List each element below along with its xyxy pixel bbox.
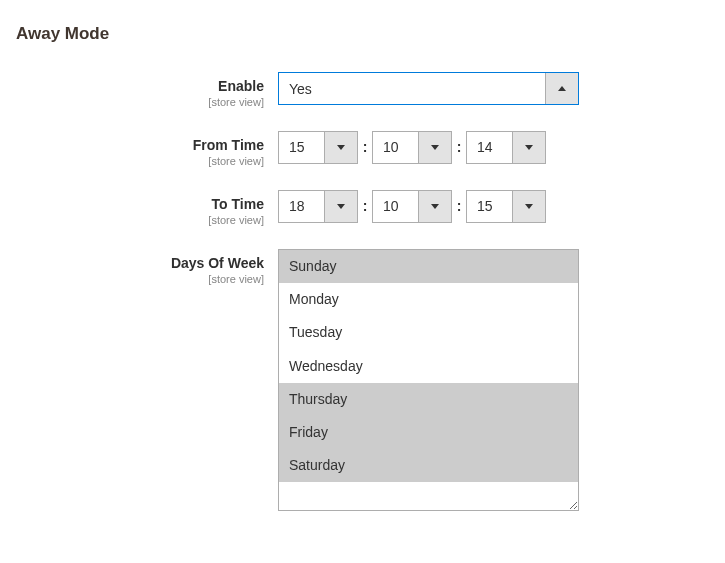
to-time-minute-value: 10 — [373, 191, 418, 222]
from-time-second-trigger[interactable] — [512, 132, 545, 163]
row-to-time: To Time [store view] 18 : 10 : 15 — [16, 190, 709, 227]
to-time-group: 18 : 10 : 15 — [278, 190, 709, 223]
to-time-hour-trigger[interactable] — [324, 191, 357, 222]
from-time-second[interactable]: 14 — [466, 131, 546, 164]
label-enable-scope: [store view] — [16, 96, 264, 109]
time-separator: : — [452, 198, 466, 214]
label-enable-text: Enable — [16, 78, 264, 95]
enable-select-value: Yes — [279, 73, 545, 104]
to-time-minute-trigger[interactable] — [418, 191, 451, 222]
chevron-down-icon — [337, 145, 345, 150]
chevron-down-icon — [525, 204, 533, 209]
label-from-time: From Time [store view] — [16, 131, 278, 168]
chevron-down-icon — [337, 204, 345, 209]
days-option[interactable]: Monday — [279, 283, 578, 316]
row-from-time: From Time [store view] 15 : 10 : 14 — [16, 131, 709, 168]
time-separator: : — [452, 139, 466, 155]
from-time-minute-trigger[interactable] — [418, 132, 451, 163]
days-option[interactable]: Saturday — [279, 449, 578, 482]
days-option[interactable]: Thursday — [279, 383, 578, 416]
label-enable: Enable [store view] — [16, 72, 278, 109]
from-time-hour[interactable]: 15 — [278, 131, 358, 164]
days-option[interactable]: Tuesday — [279, 316, 578, 349]
from-time-hour-value: 15 — [279, 132, 324, 163]
from-time-hour-trigger[interactable] — [324, 132, 357, 163]
chevron-down-icon — [525, 145, 533, 150]
label-to-time-text: To Time — [16, 196, 264, 213]
days-option[interactable]: Wednesday — [279, 350, 578, 383]
label-days-scope: [store view] — [16, 273, 264, 286]
chevron-up-icon — [558, 86, 566, 91]
enable-select-trigger[interactable] — [545, 73, 578, 104]
from-time-minute[interactable]: 10 — [372, 131, 452, 164]
to-time-second[interactable]: 15 — [466, 190, 546, 223]
row-enable: Enable [store view] Yes — [16, 72, 709, 109]
chevron-down-icon — [431, 204, 439, 209]
from-time-group: 15 : 10 : 14 — [278, 131, 709, 164]
from-time-minute-value: 10 — [373, 132, 418, 163]
chevron-down-icon — [431, 145, 439, 150]
to-time-second-trigger[interactable] — [512, 191, 545, 222]
from-time-second-value: 14 — [467, 132, 512, 163]
section-title: Away Mode — [16, 16, 709, 72]
days-option[interactable]: Friday — [279, 416, 578, 449]
label-to-time: To Time [store view] — [16, 190, 278, 227]
to-time-hour[interactable]: 18 — [278, 190, 358, 223]
label-from-time-text: From Time — [16, 137, 264, 154]
time-separator: : — [358, 139, 372, 155]
enable-select[interactable]: Yes — [278, 72, 579, 105]
to-time-second-value: 15 — [467, 191, 512, 222]
days-option[interactable]: Sunday — [279, 250, 578, 283]
to-time-hour-value: 18 — [279, 191, 324, 222]
time-separator: : — [358, 198, 372, 214]
to-time-minute[interactable]: 10 — [372, 190, 452, 223]
label-to-time-scope: [store view] — [16, 214, 264, 227]
row-days-of-week: Days Of Week [store view] SundayMondayTu… — [16, 249, 709, 511]
label-days: Days Of Week [store view] — [16, 249, 278, 286]
label-from-time-scope: [store view] — [16, 155, 264, 168]
label-days-text: Days Of Week — [16, 255, 264, 272]
days-listbox[interactable]: SundayMondayTuesdayWednesdayThursdayFrid… — [278, 249, 579, 511]
